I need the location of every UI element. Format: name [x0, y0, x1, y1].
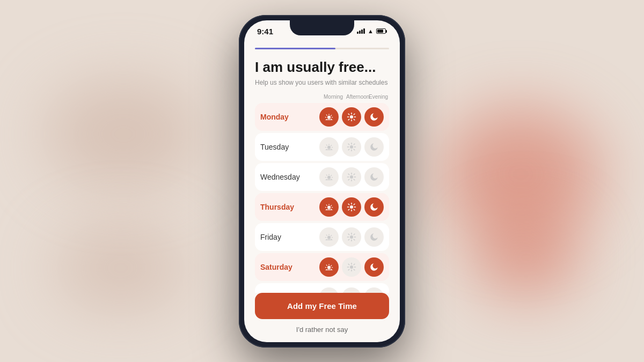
bg-decoration-2: [54, 228, 188, 308]
day-row: Saturday: [255, 253, 389, 281]
svg-point-11: [350, 265, 353, 269]
signal-bar-1: [357, 32, 358, 34]
morning-slot-saturday[interactable]: [319, 257, 339, 277]
column-headers: Morning Afternoon Evening: [255, 94, 389, 100]
signal-bar-3: [361, 29, 363, 34]
afternoon-slot-saturday[interactable]: [342, 257, 361, 277]
evening-slot-friday[interactable]: [364, 227, 384, 247]
battery-icon: [376, 28, 387, 34]
day-name-monday: Monday: [260, 113, 303, 121]
day-row: Monday: [255, 103, 389, 131]
svg-point-9: [350, 235, 353, 239]
progress-bar-fill: [255, 48, 335, 49]
phone-screen: 9:41 ▲: [244, 20, 400, 342]
evening-slot-monday[interactable]: [364, 107, 384, 127]
day-name-saturday: Saturday: [260, 263, 303, 271]
signal-bar-4: [363, 28, 365, 34]
time-slots-saturday: [319, 257, 384, 277]
days-container: Monday Tuesday Wednesday Thursday: [255, 103, 389, 293]
battery-body: [376, 28, 386, 34]
battery-fill: [377, 29, 383, 33]
afternoon-slot-wednesday[interactable]: [342, 167, 361, 187]
day-row: Friday: [255, 223, 389, 251]
morning-slot-friday[interactable]: [319, 227, 339, 247]
afternoon-slot-tuesday[interactable]: [342, 137, 361, 157]
afternoon-slot-sunday[interactable]: [342, 287, 361, 293]
svg-point-5: [350, 175, 353, 179]
time-slots-wednesday: [319, 167, 384, 187]
evening-slot-saturday[interactable]: [364, 257, 384, 277]
evening-slot-sunday[interactable]: [364, 287, 384, 293]
time-slots-friday: [319, 227, 384, 247]
col-header-evening: Evening: [369, 94, 388, 100]
phone-notch: [290, 20, 354, 35]
morning-slot-thursday[interactable]: [319, 197, 339, 217]
wifi-icon: ▲: [368, 28, 374, 34]
afternoon-slot-thursday[interactable]: [342, 197, 361, 217]
svg-point-2: [327, 145, 331, 149]
svg-point-6: [327, 205, 331, 209]
evening-slot-wednesday[interactable]: [364, 167, 384, 187]
phone-shell: 9:41 ▲: [239, 15, 405, 348]
morning-slot-wednesday[interactable]: [319, 167, 339, 187]
evening-slot-tuesday[interactable]: [364, 137, 384, 157]
time-slots-tuesday: [319, 137, 384, 157]
day-row: Sunday: [255, 283, 389, 293]
add-free-time-button[interactable]: Add my Free Time: [255, 293, 389, 319]
col-header-afternoon: Afternoon: [346, 94, 365, 100]
afternoon-slot-monday[interactable]: [342, 107, 361, 127]
col-header-morning: Morning: [324, 94, 343, 100]
skip-option[interactable]: I'd rather not say: [255, 326, 389, 334]
day-name-tuesday: Tuesday: [260, 143, 303, 151]
svg-point-4: [327, 175, 331, 179]
status-icons: ▲: [357, 28, 387, 34]
svg-point-3: [350, 145, 353, 149]
svg-point-7: [350, 205, 353, 209]
svg-point-10: [327, 265, 331, 269]
afternoon-slot-friday[interactable]: [342, 227, 361, 247]
evening-slot-thursday[interactable]: [364, 197, 384, 217]
morning-slot-sunday[interactable]: [319, 287, 339, 293]
time-slots-sunday: [319, 287, 384, 293]
signal-icon: [357, 28, 365, 34]
main-content: I am usually free... Help us show you us…: [244, 39, 400, 293]
svg-point-0: [327, 115, 331, 119]
page-title: I am usually free...: [255, 59, 389, 76]
battery-tip: [386, 30, 387, 33]
signal-bar-2: [359, 31, 361, 34]
day-name-thursday: Thursday: [260, 203, 303, 211]
time-slots-thursday: [319, 197, 384, 217]
day-row: Wednesday: [255, 163, 389, 191]
svg-point-1: [350, 115, 353, 119]
morning-slot-monday[interactable]: [319, 107, 339, 127]
status-time: 9:41: [257, 27, 273, 36]
day-row: Thursday: [255, 193, 389, 221]
progress-bar-track: [255, 48, 389, 49]
time-slots-monday: [319, 107, 384, 127]
svg-point-8: [327, 235, 331, 239]
day-name-wednesday: Wednesday: [260, 173, 303, 181]
bg-decoration-1: [43, 80, 204, 188]
day-row: Tuesday: [255, 133, 389, 161]
bg-decoration-4: [472, 217, 580, 298]
page-subtitle: Help us show you users with similar sche…: [255, 79, 389, 86]
day-name-friday: Friday: [260, 233, 303, 241]
bottom-section: Add my Free Time I'd rather not say: [244, 293, 400, 342]
morning-slot-tuesday[interactable]: [319, 137, 339, 157]
